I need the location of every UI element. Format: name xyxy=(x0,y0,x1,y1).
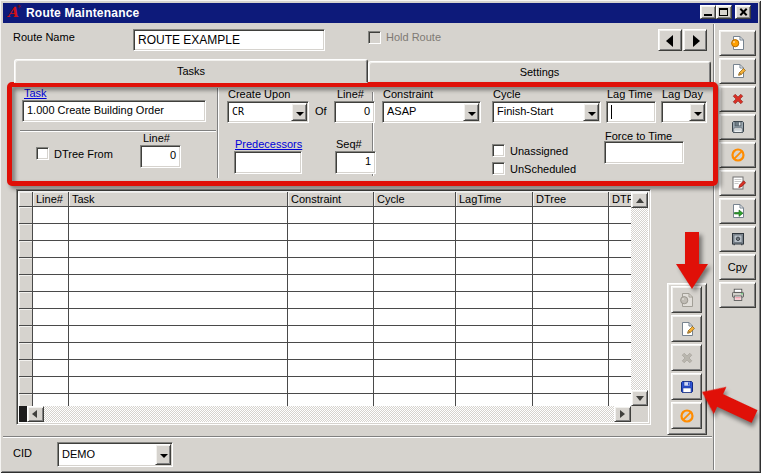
table-cell[interactable] xyxy=(456,394,533,406)
exit-button[interactable] xyxy=(719,198,756,224)
hold-route-checkbox[interactable] xyxy=(368,31,381,44)
table-row[interactable] xyxy=(19,292,631,309)
row-selector[interactable] xyxy=(19,326,33,343)
table-cell[interactable] xyxy=(609,360,631,377)
table-cell[interactable] xyxy=(69,377,288,394)
table-cell[interactable] xyxy=(374,377,456,394)
table-cell[interactable] xyxy=(374,207,456,224)
cycle-combo[interactable]: Finish-Start xyxy=(492,101,601,123)
table-cell[interactable] xyxy=(69,343,288,360)
table-cell[interactable] xyxy=(456,360,533,377)
table-cell[interactable] xyxy=(456,326,533,343)
table-cell[interactable] xyxy=(33,207,69,224)
table-cell[interactable] xyxy=(609,309,631,326)
table-cell[interactable] xyxy=(609,343,631,360)
lag-day-combo[interactable] xyxy=(661,101,707,123)
table-cell[interactable] xyxy=(609,377,631,394)
table-cell[interactable] xyxy=(69,360,288,377)
maximize-button[interactable] xyxy=(716,5,732,19)
table-cell[interactable] xyxy=(609,394,631,406)
create-upon-combo[interactable]: CR xyxy=(227,101,309,123)
table-cell[interactable] xyxy=(288,258,374,275)
table-cell[interactable] xyxy=(533,377,609,394)
close-button[interactable] xyxy=(735,5,751,19)
table-row[interactable] xyxy=(19,377,631,394)
predecessors-link[interactable]: Predecessors xyxy=(235,138,302,150)
table-cell[interactable] xyxy=(69,241,288,258)
table-cell[interactable] xyxy=(374,343,456,360)
table-cell[interactable] xyxy=(288,377,374,394)
delete-record-button[interactable] xyxy=(719,86,756,112)
table-cell[interactable] xyxy=(33,275,69,292)
table-cell[interactable] xyxy=(33,309,69,326)
dtree-line-input[interactable]: 0 xyxy=(140,145,181,168)
table-cell[interactable] xyxy=(609,224,631,241)
table-cell[interactable] xyxy=(33,258,69,275)
table-cell[interactable] xyxy=(456,309,533,326)
grid-new-button[interactable] xyxy=(671,286,702,313)
table-cell[interactable] xyxy=(69,309,288,326)
table-cell[interactable] xyxy=(533,275,609,292)
unscheduled-checkbox[interactable] xyxy=(492,162,505,175)
horizontal-scrollbar[interactable] xyxy=(19,406,631,422)
table-cell[interactable] xyxy=(533,360,609,377)
row-selector[interactable] xyxy=(19,224,33,241)
table-row[interactable] xyxy=(19,275,631,292)
table-cell[interactable] xyxy=(33,360,69,377)
table-cell[interactable] xyxy=(533,394,609,406)
table-row[interactable] xyxy=(19,394,631,406)
security-button[interactable] xyxy=(719,226,756,252)
grid-save-button[interactable] xyxy=(671,373,702,400)
row-selector[interactable] xyxy=(19,241,33,258)
find-record-button[interactable] xyxy=(719,30,756,56)
route-name-input[interactable]: ROUTE EXAMPLE xyxy=(133,29,325,51)
row-selector[interactable] xyxy=(19,292,33,309)
table-row[interactable] xyxy=(19,360,631,377)
force-to-time-input[interactable] xyxy=(604,141,684,164)
table-cell[interactable] xyxy=(533,207,609,224)
table-cell[interactable] xyxy=(374,326,456,343)
table-cell[interactable] xyxy=(374,309,456,326)
tab-tasks[interactable]: Tasks xyxy=(14,59,368,83)
table-row[interactable] xyxy=(19,309,631,326)
notes-button[interactable] xyxy=(719,170,756,196)
constraint-dropdown[interactable] xyxy=(463,103,479,121)
table-cell[interactable] xyxy=(288,394,374,406)
table-cell[interactable] xyxy=(609,258,631,275)
scroll-right-button[interactable] xyxy=(614,406,631,422)
line-number-input[interactable]: 0 xyxy=(334,101,375,123)
task-link[interactable]: Task xyxy=(24,87,47,99)
row-selector[interactable] xyxy=(19,360,33,377)
predecessors-input[interactable] xyxy=(234,151,302,174)
table-row[interactable] xyxy=(19,241,631,258)
table-cell[interactable] xyxy=(533,309,609,326)
table-cell[interactable] xyxy=(33,292,69,309)
grid-col-header-constraint[interactable]: Constraint xyxy=(288,192,374,206)
table-cell[interactable] xyxy=(533,241,609,258)
grid-col-header-dtfrom[interactable]: DTFrom xyxy=(609,192,631,206)
table-cell[interactable] xyxy=(69,224,288,241)
table-cell[interactable] xyxy=(288,241,374,258)
row-selector[interactable] xyxy=(19,377,33,394)
table-cell[interactable] xyxy=(69,326,288,343)
table-cell[interactable] xyxy=(609,275,631,292)
grid-col-header-line[interactable]: Line# xyxy=(33,192,69,206)
row-selector[interactable] xyxy=(19,343,33,360)
cycle-dropdown[interactable] xyxy=(583,103,599,121)
table-cell[interactable] xyxy=(33,394,69,406)
create-upon-dropdown[interactable] xyxy=(291,103,307,121)
table-cell[interactable] xyxy=(33,343,69,360)
scroll-left-button[interactable] xyxy=(27,406,44,422)
table-cell[interactable] xyxy=(288,207,374,224)
table-cell[interactable] xyxy=(374,241,456,258)
unassigned-checkbox[interactable] xyxy=(492,144,505,157)
table-cell[interactable] xyxy=(533,258,609,275)
table-cell[interactable] xyxy=(33,224,69,241)
table-cell[interactable] xyxy=(456,292,533,309)
previous-record-button[interactable] xyxy=(658,29,682,51)
dtree-from-checkbox[interactable] xyxy=(36,147,49,160)
table-cell[interactable] xyxy=(288,309,374,326)
table-row[interactable] xyxy=(19,258,631,275)
table-cell[interactable] xyxy=(288,343,374,360)
grid-delete-button[interactable] xyxy=(671,344,702,371)
